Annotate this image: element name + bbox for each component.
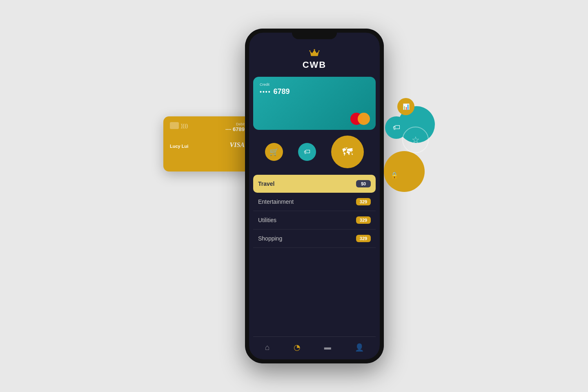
card-bottom: Lucy Lui VISA bbox=[170, 141, 245, 149]
lock-icon: 🔒 bbox=[390, 172, 399, 179]
credit-dots: •••• bbox=[260, 89, 274, 95]
mastercard-logo bbox=[350, 113, 370, 125]
crown-icon bbox=[309, 49, 320, 60]
action-map[interactable]: 🗺 bbox=[331, 136, 364, 168]
contactless-icon: )))) bbox=[181, 122, 188, 129]
cart-icon: 🛒 bbox=[270, 147, 278, 156]
action-tag[interactable]: 🏷 bbox=[298, 143, 316, 161]
utilities-badge: 329 bbox=[356, 216, 371, 224]
credit-number: •••• 6789 bbox=[260, 87, 369, 96]
travel-label: Travel bbox=[258, 180, 274, 187]
travel-badge: $0 bbox=[356, 180, 371, 187]
app-name: CWB bbox=[303, 60, 327, 70]
nav-cards[interactable]: ▬ bbox=[324, 343, 331, 352]
chip-icon bbox=[170, 122, 179, 129]
entertainment-label: Entertainment bbox=[258, 198, 294, 205]
shopping-badge: 329 bbox=[356, 235, 371, 242]
category-list: Travel $0 Entertainment 329 Utilities 32… bbox=[253, 175, 376, 332]
bubble-lock[interactable]: 🔒 bbox=[385, 165, 404, 185]
category-travel[interactable]: Travel $0 bbox=[253, 175, 376, 193]
card-holder: Lucy Lui bbox=[170, 144, 188, 149]
visa-logo: VISA bbox=[230, 141, 245, 149]
utilities-label: Utilities bbox=[258, 217, 276, 223]
nav-analytics[interactable]: ◔ bbox=[294, 343, 301, 352]
credit-card[interactable]: Credit •••• 6789 bbox=[253, 77, 376, 130]
quick-actions: 🛒 🏷 🗺 bbox=[253, 136, 376, 168]
nav-home[interactable]: ⌂ bbox=[265, 343, 270, 352]
card-number-area: Debit ···· 6789 bbox=[225, 122, 245, 132]
star-icon: ☆ bbox=[412, 135, 420, 145]
shopping-label: Shopping bbox=[258, 235, 282, 242]
nav-profile[interactable]: 👤 bbox=[355, 343, 364, 352]
svg-point-3 bbox=[309, 50, 310, 51]
category-entertainment[interactable]: Entertainment 329 bbox=[253, 193, 376, 211]
debit-card[interactable]: )))) Debit ···· 6789 Lucy Lui VISA bbox=[163, 116, 251, 172]
phone-screen: CWB Credit •••• 6789 bbox=[245, 29, 384, 363]
credit-card-container: Credit •••• 6789 bbox=[253, 77, 376, 130]
svg-marker-0 bbox=[310, 50, 319, 56]
category-utilities[interactable]: Utilities 329 bbox=[253, 211, 376, 229]
svg-point-1 bbox=[314, 49, 315, 51]
bottom-nav: ⌂ ◔ ▬ 👤 bbox=[253, 336, 376, 355]
entertainment-badge: 329 bbox=[356, 198, 371, 205]
credit-last4: 6789 bbox=[274, 87, 290, 96]
svg-point-2 bbox=[318, 50, 320, 51]
action-cart[interactable]: 🛒 bbox=[265, 143, 283, 161]
mc-yellow-circle bbox=[358, 113, 370, 125]
logo-area: CWB bbox=[253, 45, 376, 70]
bubble-tag-icon: 🏷 bbox=[393, 123, 400, 132]
chip-contactless: )))) bbox=[170, 122, 188, 129]
notch bbox=[292, 29, 337, 39]
phone: CWB Credit •••• 6789 bbox=[245, 29, 384, 363]
card-top: )))) Debit ···· 6789 bbox=[170, 122, 245, 132]
bubble-stats[interactable]: 📊 bbox=[397, 98, 414, 115]
debit-number: ···· 6789 bbox=[225, 126, 245, 132]
credit-label: Credit bbox=[260, 82, 369, 87]
stats-icon: 📊 bbox=[403, 103, 410, 110]
map-icon: 🗺 bbox=[342, 146, 353, 158]
tag-icon: 🏷 bbox=[304, 148, 310, 156]
category-shopping[interactable]: Shopping 329 bbox=[253, 229, 376, 248]
bubble-star[interactable]: ☆ bbox=[402, 127, 429, 153]
debit-label: Debit bbox=[225, 122, 245, 126]
